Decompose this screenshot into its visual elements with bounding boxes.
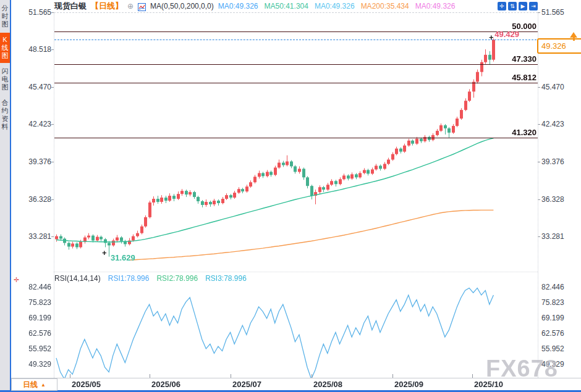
high-cross-marker: + <box>489 33 494 42</box>
ma-values: MA0:49.326MA50:41.304MA0:49.326MA200:35.… <box>218 2 456 10</box>
axis-tick <box>51 162 54 162</box>
rsi-axis-right-label: 75.823 <box>541 298 564 307</box>
rsi-axis-right-label: 55.952 <box>541 344 564 353</box>
ma-value-4: MA0:49.326 <box>415 2 456 10</box>
price-axis-left-label: 33.281 <box>0 232 51 241</box>
x-axis-tick <box>392 374 393 378</box>
ma-settings-label: MA(0,50,0,200,0,0) <box>150 2 214 10</box>
price-axis-left-label: 36.328 <box>0 195 51 204</box>
main-chart-canvas[interactable] <box>54 12 538 270</box>
rsi-axis-left-label: 62.576 <box>0 329 51 338</box>
price-axis-right-label: 39.376 <box>541 157 564 166</box>
axis-tick <box>51 236 54 237</box>
ma-value-1: MA50:41.304 <box>265 2 308 10</box>
chart-window: 分时图K线图闪电图合约资料 现货白银 【日线】 ⊕ MA(0,50,0,200,… <box>0 0 581 392</box>
price-level-line <box>54 83 538 83</box>
timeframe-arrow-icon: ▲ <box>41 382 46 388</box>
grid-right-border <box>538 12 538 378</box>
x-axis-tick <box>150 374 150 378</box>
axis-tick <box>538 87 540 88</box>
timeframe-selector[interactable]: 日线 ▲ <box>11 378 57 391</box>
axis-tick <box>51 49 54 50</box>
x-axis-month-label: 2025/07 <box>232 380 261 389</box>
price-up-arrow-stem <box>573 38 575 41</box>
x-axis-month-label: 2025/05 <box>72 380 101 389</box>
chart-toolbar: ✛⇅▶⇥ <box>498 2 538 10</box>
price-axis-right-label: 36.328 <box>541 195 564 204</box>
timeframe-label: 日线 <box>23 380 38 390</box>
pan-icon[interactable]: ✛ <box>498 2 506 10</box>
rsi-header: RSI(14,14,14) RSI1:78.996RSI2:78.996RSI3… <box>54 273 247 283</box>
axis-tick <box>538 162 540 162</box>
price-axis-left-label: 45.470 <box>0 83 51 91</box>
ma-value-0: MA0:49.326 <box>218 2 258 10</box>
rsi-axis-right-label: 62.576 <box>541 329 564 338</box>
rsi-axis-left-label: 75.823 <box>0 298 51 307</box>
price-up-arrow-icon <box>570 32 577 38</box>
rsi-axis-left-label: 82.446 <box>0 283 51 291</box>
axis-tick <box>538 236 540 237</box>
price-axis-left-label: 51.565 <box>0 8 51 17</box>
instrument-title: 现货白银 <box>54 1 87 12</box>
watermark: FX678 <box>486 356 558 382</box>
price-axis-left-label: 48.518 <box>0 45 51 54</box>
rsi-axis-left-label: 69.199 <box>0 314 51 322</box>
ma-value-2: MA0:49.326 <box>315 2 355 10</box>
ma-value-3: MA200:35.434 <box>361 2 409 10</box>
x-axis-tick <box>472 374 473 378</box>
panel-separator <box>54 272 538 272</box>
x-axis-month-label: 2025/09 <box>394 380 423 389</box>
x-axis-tick <box>312 374 312 378</box>
auto-scroll-icon[interactable]: ▶ <box>519 2 527 10</box>
timeframe-tag: 【日线】 <box>91 1 123 12</box>
chart-header: 现货白银 【日线】 ⊕ MA(0,50,0,200,0,0) MA0:49.32… <box>54 1 455 12</box>
price-axis-right-label: 42.423 <box>541 120 564 128</box>
x-axis-month-label: 2025/06 <box>151 380 180 389</box>
price-level-label: 45.812 <box>371 73 536 82</box>
price-level-line <box>54 138 538 138</box>
price-level-label: 47.330 <box>371 54 536 64</box>
x-axis-tick <box>231 374 231 378</box>
rsi-axis-right-label: 69.199 <box>541 314 564 322</box>
price-axis-left-label: 42.423 <box>0 120 51 128</box>
axis-tick <box>51 124 54 125</box>
rsi-axis-right-label: 82.446 <box>541 283 564 291</box>
rsi-value-2: RSI3:78.996 <box>205 274 247 283</box>
high-price-label: 49.429 <box>476 30 519 39</box>
axis-tick <box>538 199 540 200</box>
y-axis-scale-icon[interactable]: ⇅ <box>508 2 517 10</box>
rsi-value-0: RSI1:78.996 <box>108 274 150 283</box>
exit-chart-icon[interactable]: ⇥ <box>529 2 538 10</box>
price-level-label: 41.320 <box>371 128 536 137</box>
low-cross-marker: + <box>102 248 107 257</box>
rsi-axis-left-label: 49.329 <box>0 360 51 369</box>
axis-tick <box>51 199 54 200</box>
price-axis-left-label: 39.376 <box>0 157 51 166</box>
rsi-value-1: RSI2:78.996 <box>156 274 198 283</box>
axis-tick <box>538 124 540 125</box>
price-level-line <box>54 31 538 32</box>
axis-tick <box>51 12 54 13</box>
low-price-label: 31.629 <box>111 253 135 262</box>
x-axis-month-label: 2025/08 <box>313 380 342 389</box>
rsi-axis-left-label: 55.952 <box>0 344 51 353</box>
price-axis-right-label: 33.281 <box>541 232 564 241</box>
axis-tick <box>538 12 540 13</box>
chart-style-icon[interactable] <box>138 2 146 10</box>
price-axis-right-label: 51.565 <box>541 8 564 17</box>
price-axis-right-label: 45.470 <box>541 83 564 91</box>
price-level-line <box>54 64 538 65</box>
current-price-line <box>54 40 536 40</box>
add-indicator-icon[interactable]: ⊕ <box>127 2 134 10</box>
rsi-settings-label: RSI(14,14,14) <box>54 274 101 283</box>
rsi-values: RSI1:78.996RSI2:78.996RSI3:78.996 <box>108 274 247 283</box>
rsi-chart-canvas[interactable] <box>54 278 538 378</box>
x-axis-tick <box>70 374 70 378</box>
axis-tick <box>51 87 54 88</box>
